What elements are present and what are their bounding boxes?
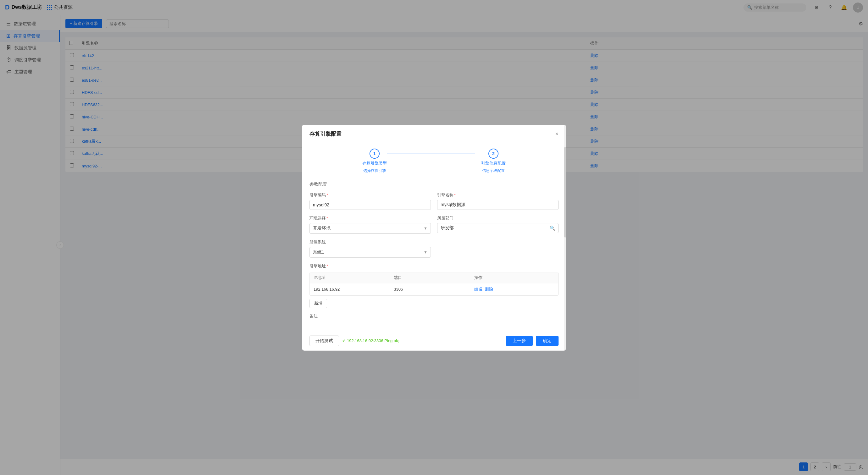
system-select[interactable]: 系统1 ▼ (309, 247, 431, 258)
footer-left: 开始测试 ✔ 192.168.16.92:3306 Ping ok; (309, 336, 399, 346)
modal-close-button[interactable]: × (555, 131, 559, 137)
system-select-arrow-icon: ▼ (424, 250, 427, 255)
steps-indicator: 1 存算引擎类型 选择存算引擎 2 引擎信息配置 信息字段配置 (302, 142, 566, 176)
engine-code-label: 引擎编码* (309, 192, 431, 198)
dept-input[interactable] (441, 226, 550, 231)
prev-step-button[interactable]: 上一步 (506, 336, 533, 346)
address-row-0: 192.168.16.92 3306 编辑 删除 (310, 283, 558, 295)
system-label: 所属系统 (309, 239, 431, 245)
test-ok-icon: ✔ (342, 338, 346, 343)
engine-code-input[interactable] (309, 200, 431, 210)
dept-search-icon[interactable]: 🔍 (550, 226, 555, 231)
modal-scrollbar (564, 125, 566, 350)
step-1-sublabel: 选择存算引擎 (363, 168, 386, 173)
confirm-button[interactable]: 确定 (536, 336, 559, 346)
env-select[interactable]: 开发环境 ▼ (309, 223, 431, 234)
col-port-header: 端口 (394, 275, 474, 280)
footer-right: 上一步 确定 (506, 336, 559, 346)
dept-label: 所属部门 (437, 215, 559, 221)
step-2-sublabel: 信息字段配置 (482, 168, 505, 173)
step-2: 2 引擎信息配置 信息字段配置 (481, 148, 506, 173)
address-label: 引擎地址* (309, 263, 559, 269)
modal-body: 参数配置 引擎编码* 引擎名称* (302, 176, 566, 331)
address-table: IP地址 端口 操作 192.168.16.92 3306 编辑 删除 (309, 272, 559, 296)
env-select-arrow-icon: ▼ (424, 226, 427, 231)
modal-footer: 开始测试 ✔ 192.168.16.92:3306 Ping ok; 上一步 确… (302, 331, 566, 350)
modal-dialog: 存算引擎配置 × 1 存算引擎类型 选择存算引擎 2 引擎信息配置 (302, 125, 566, 350)
form-row-1: 引擎编码* 引擎名称* (309, 192, 559, 210)
test-button[interactable]: 开始测试 (309, 336, 339, 346)
address-delete-button[interactable]: 删除 (485, 286, 493, 292)
address-table-header: IP地址 端口 操作 (310, 272, 558, 283)
app-container: D Dws数据工坊 公共资源 🔍 搜索菜单名称 ⊕ ? 🔔 U ☰ (0, 0, 868, 475)
modal-scroll-thumb (564, 147, 566, 238)
dept-input-container: 🔍 (437, 223, 559, 233)
engine-name-input[interactable] (437, 200, 559, 210)
test-result: ✔ 192.168.16.92:3306 Ping ok; (342, 338, 399, 343)
env-label: 环境选择* (309, 215, 431, 221)
modal-overlay[interactable]: 存算引擎配置 × 1 存算引擎类型 选择存算引擎 2 引擎信息配置 (0, 0, 868, 475)
col-action-header: 操作 (474, 275, 554, 280)
address-section: 引擎地址* IP地址 端口 操作 192.168.16.92 3306 编辑 (309, 263, 559, 308)
engine-name-label: 引擎名称* (437, 192, 559, 198)
address-actions-0: 编辑 删除 (474, 286, 554, 292)
engine-name-field: 引擎名称* (437, 192, 559, 210)
remark-label: 备注 (309, 313, 559, 319)
form-row-remark: 备注 (309, 313, 559, 319)
address-edit-button[interactable]: 编辑 (474, 286, 483, 292)
engine-code-field: 引擎编码* (309, 192, 431, 210)
address-port-0: 3306 (394, 287, 474, 292)
step-1-circle: 1 (370, 148, 380, 159)
step-2-circle: 2 (488, 148, 498, 159)
address-ip-0: 192.168.16.92 (314, 287, 394, 292)
step-1-label: 存算引擎类型 (362, 161, 387, 166)
modal-header: 存算引擎配置 × (302, 125, 566, 142)
form-row-3: 所属系统 系统1 ▼ (309, 239, 559, 258)
col-ip-header: IP地址 (314, 275, 394, 280)
step-1: 1 存算引擎类型 选择存算引擎 (362, 148, 387, 173)
modal-title: 存算引擎配置 (309, 130, 342, 138)
system-field: 所属系统 系统1 ▼ (309, 239, 431, 258)
env-select-field: 环境选择* 开发环境 ▼ (309, 215, 431, 234)
form-row-2: 环境选择* 开发环境 ▼ 所属部门 🔍 (309, 215, 559, 234)
step-2-label: 引擎信息配置 (481, 161, 506, 166)
test-result-text: 192.168.16.92:3306 Ping ok; (347, 338, 399, 343)
add-address-button[interactable]: 新增 (309, 299, 327, 308)
section-title: 参数配置 (309, 181, 559, 187)
step-connector-line (387, 154, 475, 154)
remark-field: 备注 (309, 313, 559, 319)
dept-field: 所属部门 🔍 (437, 215, 559, 234)
